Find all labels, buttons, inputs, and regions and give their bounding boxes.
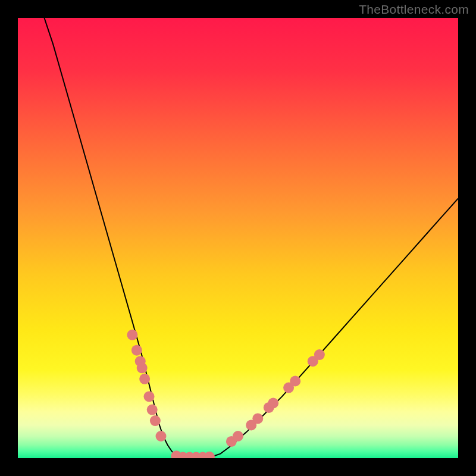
gradient-background	[18, 18, 458, 458]
data-marker	[233, 431, 243, 441]
data-marker	[127, 330, 137, 340]
data-marker	[314, 349, 325, 360]
data-marker	[147, 405, 158, 415]
data-marker	[268, 398, 278, 409]
data-marker	[137, 362, 148, 373]
chart-frame	[18, 18, 458, 458]
data-marker	[156, 431, 167, 441]
data-marker	[144, 391, 155, 402]
data-marker	[290, 376, 300, 387]
data-marker	[131, 345, 142, 356]
data-marker	[139, 374, 150, 384]
data-marker	[252, 413, 263, 424]
chart-svg	[18, 18, 458, 458]
data-marker	[150, 415, 161, 426]
watermark-text: TheBottleneck.com	[359, 2, 469, 17]
